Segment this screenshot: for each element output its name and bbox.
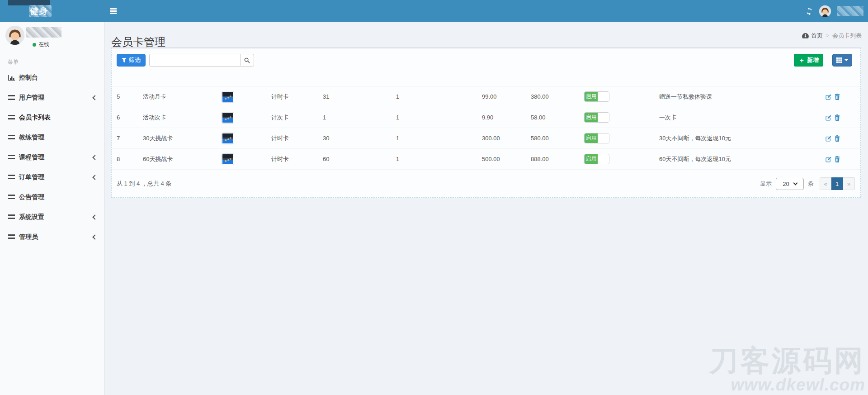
cell-price: 9.90 [482,114,531,121]
cell-id: 5 [117,93,143,100]
status-toggle-knob [598,133,609,143]
cover-image[interactable] [222,133,234,144]
cell-type: 计时卡 [271,134,323,143]
delete-icon[interactable] [835,94,841,100]
funnel-icon [122,58,127,62]
delete-icon[interactable] [835,114,841,121]
cover-image-picture [222,154,233,164]
cell-price: 99.00 [482,93,531,100]
menu-item-label: 课程管理 [19,153,44,162]
cover-image[interactable] [222,112,234,124]
sidebar-user-avatar[interactable] [5,26,24,45]
edit-icon[interactable] [826,156,832,162]
pagination-summary: 从 1 到 4 ，总共 4 条 [117,180,171,188]
cell-valid-days: 60 [323,156,396,162]
sidebar: 在线 菜单 控制台 用户管理 会员卡列表 教练管理 课程管理 订单管理 公告管理… [0,22,104,395]
menu-header: 菜单 [8,58,104,66]
breadcrumb-home-link[interactable]: 首页 [802,32,823,40]
cell-type: 计时卡 [271,93,323,101]
sidebar-menu-item[interactable]: 会员卡列表 [0,108,104,128]
censored-sidebar-username [26,27,61,38]
caret-down-icon [844,59,848,61]
table-row: 6 活动次卡 计次卡 1 1 9.90 58.00 启用 一次卡 [112,107,860,128]
table-panel: 筛选 ＋ 新增 [111,48,861,198]
cell-id: 7 [117,135,143,142]
refresh-icon[interactable] [806,8,813,15]
edit-icon[interactable] [826,135,832,142]
table-row: 5 活动月卡 计时卡 31 1 99.00 380.00 启用 赠送一节私教体验… [112,86,860,107]
sidebar-menu-item[interactable]: 课程管理 [0,148,104,167]
sidebar-menu-item[interactable]: 公告管理 [0,187,104,207]
menu-item-icon [8,214,15,220]
cell-remark: 赠送一节私教体验课 [659,93,826,101]
brand-logo[interactable]: 健身 [0,0,104,22]
next-page-button[interactable]: » [843,177,855,190]
prev-page-button[interactable]: « [820,177,831,190]
delete-icon[interactable] [835,156,841,162]
columns-toggle-button[interactable] [832,54,852,67]
cell-cover [219,91,271,103]
table-row: 7 30天挑战卡 计时卡 30 1 300.00 580.00 启用 30天不间… [112,128,860,149]
cover-image[interactable] [222,153,234,165]
table-header-row [112,69,860,86]
filter-button[interactable]: 筛选 [117,54,146,67]
menu-item-icon [8,75,15,81]
censored-username[interactable] [837,6,863,16]
cover-image[interactable] [222,91,234,103]
sidebar-menu-item[interactable]: 系统设置 [0,207,104,227]
table-row: 8 60天挑战卡 计时卡 60 1 500.00 888.00 启用 60天不间… [112,149,860,170]
add-button[interactable]: ＋ 新增 [794,54,823,67]
status-toggle-knob [598,92,609,101]
cell-name: 60天挑战卡 [143,155,219,163]
sidebar-menu-item[interactable]: 教练管理 [0,128,104,148]
sidebar-menu-item[interactable]: 用户管理 [0,88,104,108]
cell-market-price: 380.00 [531,93,584,100]
search-button[interactable] [240,54,254,67]
breadcrumb: 首页 > 会员卡列表 [802,32,862,40]
status-toggle-knob [598,113,609,122]
sidebar-menu-item[interactable]: 控制台 [0,68,104,88]
cell-status: 启用 [584,91,659,102]
menu-item-icon [8,135,15,140]
menu-item-icon [8,195,15,200]
cell-id: 8 [117,156,143,162]
menu-item-label: 会员卡列表 [19,114,51,122]
status-toggle-label: 启用 [585,133,598,143]
page-size-value: 20 [783,181,789,187]
cell-cover [219,133,271,144]
chevron-left-icon [92,214,97,219]
watermark-url: www.dkewl.com [709,376,865,393]
cell-id: 6 [117,114,143,121]
edit-icon[interactable] [826,114,832,121]
table-toolbar: 筛选 ＋ 新增 [117,54,855,67]
menu-item-label: 系统设置 [19,213,44,221]
cell-valid-times: 1 [396,114,482,121]
menu-item-label: 教练管理 [19,133,44,142]
menu-item-icon [8,95,15,100]
table-footer: 从 1 到 4 ，总共 4 条 显示 20 条 « 1 » [112,170,860,190]
status-toggle[interactable]: 启用 [584,91,609,102]
current-page-button[interactable]: 1 [831,177,843,190]
cell-market-price: 888.00 [531,156,584,162]
chevron-left-icon [92,175,97,180]
cell-actions [826,114,855,121]
cell-actions [826,135,855,142]
cell-name: 活动月卡 [143,93,219,101]
edit-icon[interactable] [826,94,832,100]
cell-valid-days: 30 [323,135,396,142]
status-toggle[interactable]: 启用 [584,154,609,164]
sidebar-toggle-icon[interactable] [110,8,117,14]
sidebar-menu-item[interactable]: 管理员 [0,227,104,247]
status-toggle[interactable]: 启用 [584,112,609,123]
delete-icon[interactable] [835,135,841,142]
page-size-select[interactable]: 20 [776,178,804,190]
menu-item-label: 公告管理 [19,193,44,201]
sidebar-menu-item[interactable]: 订单管理 [0,167,104,187]
cell-market-price: 58.00 [531,114,584,121]
status-toggle[interactable]: 启用 [584,133,609,143]
user-avatar[interactable] [819,5,831,17]
cell-remark: 一次卡 [659,114,826,122]
pager: « 1 » [820,177,855,190]
online-dot-icon [33,43,36,47]
search-input[interactable] [149,54,240,67]
